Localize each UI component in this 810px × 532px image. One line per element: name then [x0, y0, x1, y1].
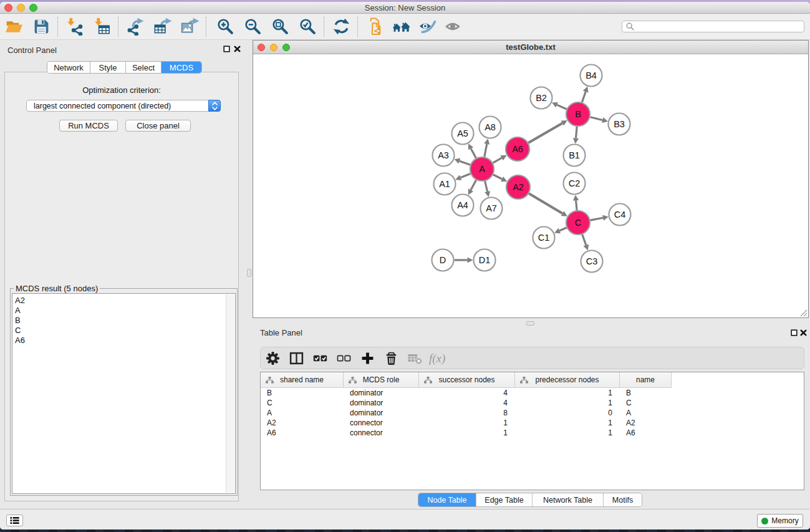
function-builder-button[interactable]: f(x) [427, 347, 450, 369]
column-header-MCDS-role[interactable]: MCDS role [344, 372, 419, 388]
tab-edge-table[interactable]: Edge Table [476, 493, 533, 506]
refresh-layout-button[interactable] [327, 15, 355, 39]
edge-A-A5[interactable] [471, 148, 476, 158]
mcds-result-list[interactable]: A2ABCA6 [12, 293, 236, 494]
table-panel-title: Table Panel [260, 328, 302, 337]
table-cell: 4 [419, 388, 515, 398]
tab-network[interactable]: Network [47, 62, 90, 73]
edge-C-C1[interactable] [559, 228, 566, 231]
save-session-button[interactable] [27, 15, 55, 39]
zoom-in-button[interactable] [211, 15, 239, 39]
edge-arrowhead [573, 195, 579, 200]
select-all-button[interactable] [308, 347, 332, 369]
duplicate-network-button[interactable] [362, 15, 388, 39]
table-cell: 4 [419, 398, 515, 408]
export-network-button[interactable] [121, 15, 148, 39]
mcds-result-item[interactable]: A6 [12, 336, 235, 346]
run-mcds-button[interactable]: Run MCDS [59, 120, 118, 132]
table-cell: 1 [419, 418, 515, 428]
tab-style[interactable]: Style [90, 62, 126, 73]
mcds-result-item[interactable]: C [12, 326, 235, 336]
edge-A2-C[interactable] [529, 193, 562, 213]
optimization-dropdown[interactable]: largest connected component (directed) [26, 100, 221, 112]
horizontal-splitter-handle[interactable] [526, 321, 534, 326]
graph-node-label: A [479, 164, 485, 174]
graph-node-label: A7 [486, 203, 497, 213]
vertical-splitter-handle[interactable] [247, 269, 251, 277]
tab-select[interactable]: Select [126, 62, 162, 73]
close-panel-icon[interactable] [234, 46, 241, 52]
mcds-result-item[interactable]: B [12, 316, 235, 326]
tab-motifs[interactable]: Motifs [604, 493, 642, 506]
toolbar-separator [324, 17, 324, 37]
edge-B-B1[interactable] [576, 127, 577, 138]
zoom-selected-button[interactable] [294, 15, 321, 39]
import-network-icon [65, 17, 84, 36]
import-table-button[interactable] [88, 15, 115, 39]
edge-A-A8[interactable] [485, 144, 487, 157]
zoom-fit-icon [271, 17, 289, 36]
edge-A-A6[interactable] [493, 158, 501, 163]
search-input[interactable] [634, 22, 804, 31]
table-row[interactable]: Adominator80A [261, 408, 804, 418]
tab-mcds[interactable]: MCDS [162, 62, 201, 73]
export-image-button[interactable] [176, 15, 203, 39]
column-header-successor-nodes[interactable]: successor nodes [419, 372, 515, 388]
edge-A-A1[interactable] [461, 173, 471, 177]
column-type-icon [266, 377, 274, 384]
network-resize-grip[interactable] [799, 309, 808, 317]
graph-node-label: A5 [457, 128, 468, 138]
edge-A-A3[interactable] [460, 161, 470, 165]
open-file-button[interactable] [0, 15, 27, 39]
import-network-button[interactable] [60, 15, 88, 39]
column-header-shared-name[interactable]: shared name [261, 372, 344, 388]
table-row[interactable]: Cdominator41C [261, 398, 804, 408]
edge-C-C4[interactable] [591, 218, 603, 220]
export-table-button[interactable] [148, 15, 176, 39]
edge-B-B3[interactable] [590, 117, 602, 120]
delete-column-button[interactable] [379, 347, 403, 369]
column-view-button[interactable] [284, 347, 308, 369]
graph-node-label: C4 [614, 210, 626, 220]
hide-eye-button[interactable] [414, 15, 440, 39]
close-panel-button[interactable]: Close panel [125, 120, 191, 132]
toolbar-group [60, 15, 115, 39]
edge-C-C3[interactable] [582, 235, 586, 245]
table-row[interactable]: A6connector11A6 [261, 428, 804, 438]
edge-A-A7[interactable] [485, 181, 488, 191]
unselect-all-button[interactable] [332, 347, 355, 369]
tab-node-table[interactable]: Node Table [418, 493, 476, 506]
edge-A-A2[interactable] [493, 175, 502, 179]
edge-C-C2[interactable] [576, 200, 577, 210]
status-bar: Memory [0, 509, 810, 530]
svg-text:f(x): f(x) [429, 351, 445, 365]
edge-B-B2[interactable] [557, 105, 567, 109]
float-panel-icon[interactable] [223, 46, 230, 52]
show-eye-button[interactable] [440, 15, 466, 39]
memory-button[interactable]: Memory [757, 514, 803, 528]
edge-A6-B[interactable] [528, 123, 562, 143]
zoom-fit-button[interactable] [266, 15, 294, 39]
table-row[interactable]: Bdominator41B [261, 388, 804, 398]
zoom-out-button[interactable] [239, 15, 266, 39]
mcds-list-scrollbar[interactable] [226, 294, 234, 493]
column-header-predecessor-nodes[interactable]: predecessor nodes [515, 372, 620, 388]
edge-B-B4[interactable] [582, 92, 586, 102]
network-graph-canvas[interactable]: B4B2BB3A5A8A6B1A3AA1C2A2A4A7C4CC1C3DD1 [253, 55, 808, 317]
close-table-panel-icon[interactable] [800, 329, 807, 336]
add-column-button[interactable] [355, 347, 379, 369]
tab-network-table[interactable]: Network Table [533, 493, 604, 506]
mcds-result-item[interactable]: A2 [12, 296, 235, 306]
delete-table-button[interactable] [403, 347, 427, 369]
table-cell: dominator [344, 398, 419, 408]
gear-button[interactable] [261, 347, 284, 369]
home-icon [392, 17, 410, 36]
task-history-button[interactable] [6, 515, 23, 526]
table-row[interactable]: A2connector11A2 [261, 418, 804, 428]
edge-A-A4[interactable] [471, 180, 476, 190]
table-cell: 1 [515, 398, 620, 408]
home-button[interactable] [388, 15, 414, 39]
mcds-result-item[interactable]: A [12, 306, 235, 316]
float-table-panel-icon[interactable] [791, 329, 798, 336]
column-header-name[interactable]: name [620, 372, 672, 388]
